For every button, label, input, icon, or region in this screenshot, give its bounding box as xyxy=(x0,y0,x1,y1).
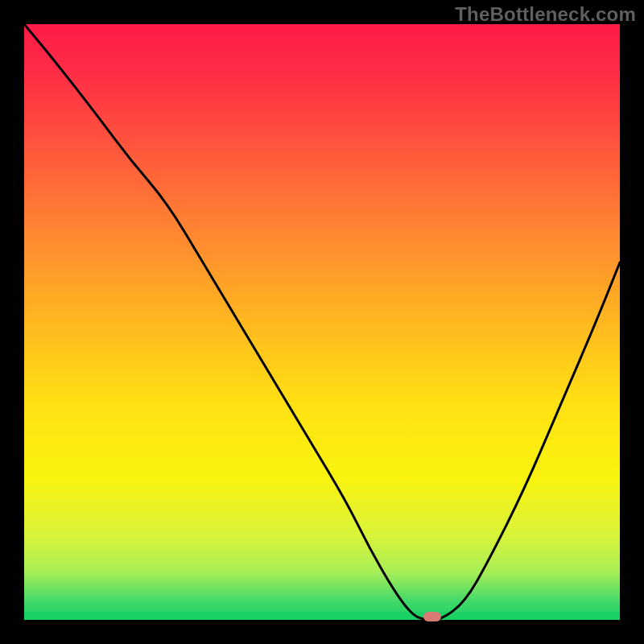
bottleneck-curve-path xyxy=(24,24,620,620)
plot-area xyxy=(24,24,620,620)
curve-svg xyxy=(24,24,620,620)
watermark-text: TheBottleneck.com xyxy=(455,3,636,26)
chart-frame: TheBottleneck.com xyxy=(0,0,644,644)
optimum-marker xyxy=(423,612,441,621)
